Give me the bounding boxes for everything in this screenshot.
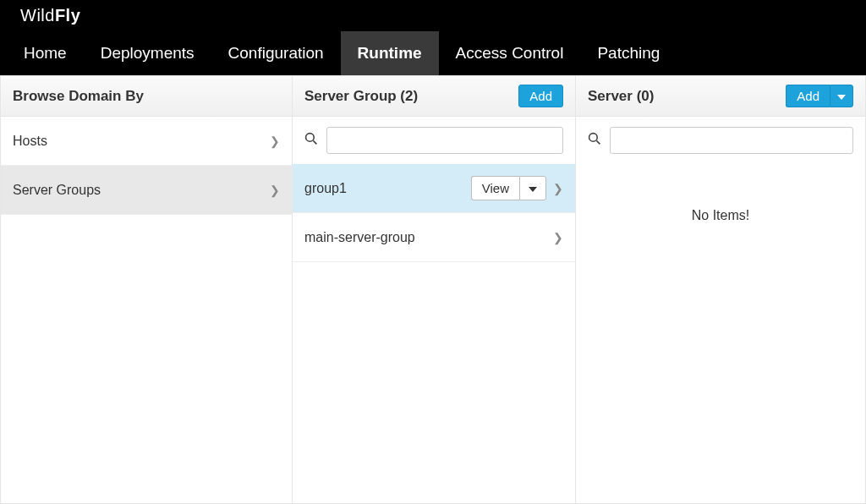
nav-home[interactable]: Home <box>7 31 84 75</box>
top-bar: WildFly <box>0 0 866 30</box>
svg-line-1 <box>313 140 316 144</box>
server-group-item-label: main-server-group <box>304 230 415 245</box>
nav-access-control-label: Access Control <box>456 44 564 63</box>
server-group-item-actions: View ❯ <box>471 176 563 200</box>
search-icon <box>304 132 318 149</box>
server-group-search-row <box>293 117 575 164</box>
server-group-panel: Server Group (2) Add group1 View ❯ main-… <box>293 76 576 503</box>
add-server-group-button[interactable]: Add <box>518 85 563 107</box>
nav-access-control[interactable]: Access Control <box>439 31 581 75</box>
add-server-dropdown-button[interactable] <box>830 85 853 107</box>
nav-configuration-label: Configuration <box>228 44 324 63</box>
nav-configuration[interactable]: Configuration <box>211 31 341 75</box>
server-group-item-label: group1 <box>304 181 347 196</box>
browse-item-label: Server Groups <box>13 183 101 198</box>
nav-deployments[interactable]: Deployments <box>84 31 211 75</box>
server-group-item-group1[interactable]: group1 View ❯ <box>293 164 575 213</box>
svg-point-2 <box>589 134 598 142</box>
server-search-input[interactable] <box>610 127 853 154</box>
view-dropdown-button[interactable] <box>519 176 546 200</box>
nav-runtime[interactable]: Runtime <box>341 31 439 75</box>
nav-patching[interactable]: Patching <box>580 31 677 75</box>
server-panel: Server (0) Add No Items! <box>576 76 865 503</box>
runtime-columns: Browse Domain By Hosts ❯ Server Groups ❯… <box>0 76 866 504</box>
search-icon <box>588 132 601 149</box>
browse-domain-panel: Browse Domain By Hosts ❯ Server Groups ❯ <box>1 76 293 503</box>
chevron-right-icon: ❯ <box>553 231 563 244</box>
svg-line-3 <box>596 140 600 144</box>
caret-down-icon <box>837 95 846 100</box>
brand-part1: Wild <box>20 6 55 25</box>
brand-logo: WildFly <box>20 6 80 25</box>
browse-item-hosts[interactable]: Hosts ❯ <box>1 117 292 166</box>
server-group-item-main[interactable]: main-server-group ❯ <box>293 213 575 262</box>
nav-patching-label: Patching <box>597 44 660 63</box>
server-search-row <box>576 117 865 164</box>
server-panel-header: Server (0) Add <box>576 76 865 117</box>
view-button[interactable]: View <box>471 176 519 200</box>
chevron-right-icon: ❯ <box>270 134 280 148</box>
nav-deployments-label: Deployments <box>101 44 195 63</box>
server-panel-title: Server (0) <box>588 88 654 105</box>
nav-runtime-label: Runtime <box>358 44 422 63</box>
nav-home-label: Home <box>24 44 67 63</box>
chevron-right-icon: ❯ <box>270 184 280 197</box>
server-group-title: Server Group (2) <box>304 88 418 105</box>
browse-item-label: Hosts <box>13 134 47 149</box>
browse-panel-header: Browse Domain By <box>1 76 292 117</box>
add-server-button[interactable]: Add <box>786 85 830 107</box>
svg-point-0 <box>306 134 315 142</box>
chevron-right-icon: ❯ <box>553 182 563 195</box>
view-button-group: View <box>471 176 546 200</box>
add-server-button-group: Add <box>786 85 853 107</box>
server-group-search-input[interactable] <box>326 127 563 154</box>
caret-down-icon <box>529 187 537 192</box>
brand-part2: Fly <box>55 6 80 25</box>
main-nav: Home Deployments Configuration Runtime A… <box>0 30 866 76</box>
server-group-header: Server Group (2) Add <box>293 76 575 117</box>
browse-item-server-groups[interactable]: Server Groups ❯ <box>1 166 292 215</box>
browse-panel-title: Browse Domain By <box>13 88 144 105</box>
server-empty-message: No Items! <box>576 164 865 223</box>
